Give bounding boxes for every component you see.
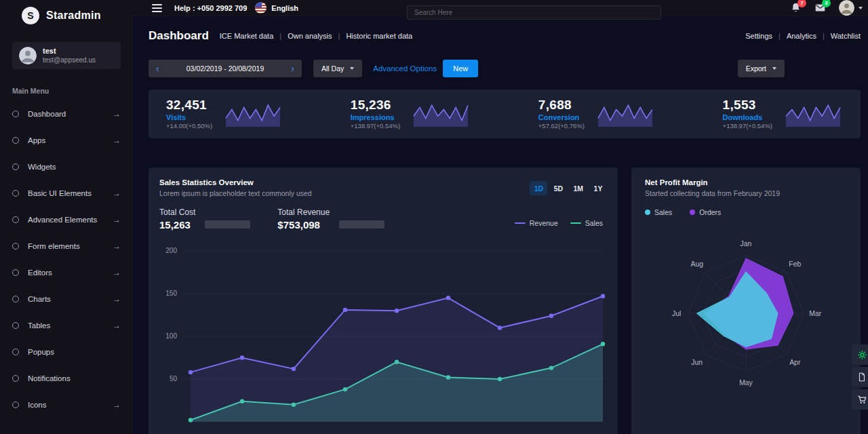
range-tab-1y[interactable]: 1Y bbox=[589, 181, 607, 195]
chevron-left-icon[interactable]: ‹ bbox=[156, 64, 159, 73]
legend-label: Sales bbox=[585, 219, 603, 227]
total-cost-label: Total Cost bbox=[159, 208, 195, 217]
sidebar-item-charts[interactable]: Charts→ bbox=[0, 285, 133, 312]
profile-card[interactable]: test test@appseed.us bbox=[12, 42, 121, 69]
subnav-own-analysis[interactable]: Own analysis bbox=[288, 32, 332, 40]
sales-line-chart: 50100150200 bbox=[159, 241, 607, 423]
svg-text:May: May bbox=[739, 379, 753, 387]
quicklink-settings[interactable]: Settings bbox=[745, 32, 772, 40]
stat-label: Downloads bbox=[723, 113, 772, 122]
search-input[interactable] bbox=[407, 5, 661, 20]
sidebar-item-widgets[interactable]: Widgets bbox=[0, 153, 133, 180]
sidebar-item-editors[interactable]: Editors→ bbox=[0, 259, 133, 285]
range-tab-1m[interactable]: 1M bbox=[569, 181, 587, 195]
stat-sparkline bbox=[223, 99, 283, 129]
sidebar: S Staradmin test test@appseed.us Main Me… bbox=[0, 0, 133, 434]
radar-panel-subtitle: Started collecting data from February 20… bbox=[645, 189, 847, 197]
separator: | bbox=[778, 32, 781, 40]
message-badge: 3 bbox=[822, 0, 831, 7]
stat-sparkline bbox=[783, 99, 843, 129]
svg-text:Aug: Aug bbox=[690, 260, 703, 268]
language-selector[interactable]: English bbox=[271, 4, 298, 12]
quicklink-watchlist[interactable]: Watchlist bbox=[831, 32, 861, 40]
legend-label: Sales bbox=[654, 208, 672, 216]
range-tab-5d[interactable]: 5D bbox=[549, 181, 567, 195]
sidebar-item-label: Widgets bbox=[28, 163, 121, 171]
messages-button[interactable]: 3 bbox=[814, 2, 826, 14]
menu-toggle-button[interactable] bbox=[152, 4, 162, 12]
day-filter-value: All Day bbox=[321, 64, 344, 73]
sidebar-item-label: Popups bbox=[28, 348, 121, 356]
chevron-right-icon[interactable]: › bbox=[291, 64, 294, 73]
user-menu[interactable] bbox=[839, 0, 863, 16]
stat-card-downloads: 1,553Downloads+138.97(+0.54%) bbox=[723, 98, 843, 130]
settings-fab-button[interactable] bbox=[852, 344, 868, 365]
sidebar-menu: Dashboard→Apps→WidgetsBasic UI Elements→… bbox=[0, 100, 133, 434]
legend-swatch bbox=[515, 222, 526, 224]
svg-text:100: 100 bbox=[165, 332, 177, 340]
radar-legend: SalesOrders bbox=[645, 208, 847, 216]
sidebar-item-tables[interactable]: Tables→ bbox=[0, 312, 133, 338]
sidebar-item-label: Charts bbox=[28, 295, 104, 303]
new-button[interactable]: New bbox=[443, 60, 478, 77]
sidebar-item-form-elements[interactable]: Form elements→ bbox=[0, 233, 133, 259]
chevron-right-icon: → bbox=[113, 215, 121, 224]
day-filter-dropdown[interactable]: All Day bbox=[313, 60, 362, 77]
chevron-down-icon bbox=[859, 7, 863, 9]
radar-chart: JanFebMarAprMayJunJulAug bbox=[645, 230, 847, 412]
sidebar-item-dashboard[interactable]: Dashboard→ bbox=[0, 100, 133, 127]
subnav-historic-market-data[interactable]: Historic market data bbox=[346, 32, 412, 40]
radar-panel-title: Net Profit Margin bbox=[645, 178, 847, 186]
sidebar-item-apps[interactable]: Apps→ bbox=[0, 127, 133, 153]
panels-row: Sales Statistics Overview Lorem ipsum is… bbox=[149, 167, 861, 434]
quicklink-analytics[interactable]: Analytics bbox=[787, 32, 816, 40]
chevron-right-icon: → bbox=[113, 109, 121, 119]
svg-text:Apr: Apr bbox=[789, 359, 801, 366]
sidebar-item-advanced-elements[interactable]: Advanced Elements→ bbox=[0, 206, 133, 233]
chevron-down-icon bbox=[350, 67, 354, 70]
cart-fab-button[interactable] bbox=[852, 389, 868, 410]
sidebar-item-basic-ui-elements[interactable]: Basic UI Elements→ bbox=[0, 180, 133, 206]
menu-bullet-icon bbox=[12, 296, 19, 302]
sidebar-item-icons[interactable]: Icons→ bbox=[0, 391, 133, 418]
stat-label: Visits bbox=[166, 113, 212, 122]
advanced-options-link[interactable]: Advanced Options bbox=[373, 64, 437, 73]
menu-bullet-icon bbox=[12, 163, 19, 170]
svg-text:Jul: Jul bbox=[672, 310, 681, 317]
legend-label: Orders bbox=[699, 208, 721, 216]
page-quicklinks: Settings|Analytics|Watchlist bbox=[745, 32, 861, 40]
svg-text:200: 200 bbox=[165, 247, 177, 254]
chevron-down-icon bbox=[772, 67, 776, 70]
legend-sales: Sales bbox=[645, 208, 672, 216]
sidebar-item-label: Tables bbox=[28, 321, 104, 330]
menu-bullet-icon bbox=[12, 216, 19, 223]
range-tab-1d[interactable]: 1D bbox=[530, 181, 547, 195]
stat-card-impressions: 15,236Impressions+138.97(+0.54%) bbox=[351, 98, 471, 130]
subnav-ice-market-data[interactable]: ICE Market data bbox=[220, 32, 273, 40]
total-cost-value: 15,263 bbox=[159, 219, 195, 231]
topbar: Help : +050 2992 709 English 7 3 bbox=[133, 0, 868, 16]
user-avatar bbox=[19, 47, 37, 64]
topbar-actions: 7 3 bbox=[790, 0, 863, 16]
brand[interactable]: S Staradmin bbox=[0, 0, 133, 31]
menu-bullet-icon bbox=[12, 111, 19, 117]
file-icon bbox=[857, 372, 867, 382]
sidebar-item-popups[interactable]: Popups bbox=[0, 338, 133, 365]
user-avatar-small bbox=[839, 0, 854, 16]
separator: | bbox=[823, 32, 825, 40]
cart-icon bbox=[857, 395, 867, 405]
stat-change: +138.97(+0.54%) bbox=[351, 123, 400, 130]
us-flag-icon[interactable] bbox=[255, 2, 267, 14]
chevron-right-icon: → bbox=[113, 294, 121, 304]
notifications-button[interactable]: 7 bbox=[790, 2, 802, 14]
date-range-picker[interactable]: ‹ 03/02/2019 - 20/08/2019 › bbox=[149, 60, 302, 77]
export-dropdown[interactable]: Export bbox=[738, 60, 785, 77]
document-fab-button[interactable] bbox=[852, 367, 868, 387]
sidebar-item-notifications[interactable]: Notifications bbox=[0, 365, 133, 391]
chevron-right-icon: → bbox=[113, 321, 121, 330]
sidebar-item-label: Apps bbox=[28, 136, 104, 144]
svg-text:Feb: Feb bbox=[789, 260, 801, 268]
sidebar-item-label: Form elements bbox=[28, 242, 104, 250]
line-legend: RevenueSales bbox=[515, 219, 603, 227]
menu-bullet-icon bbox=[12, 243, 19, 250]
